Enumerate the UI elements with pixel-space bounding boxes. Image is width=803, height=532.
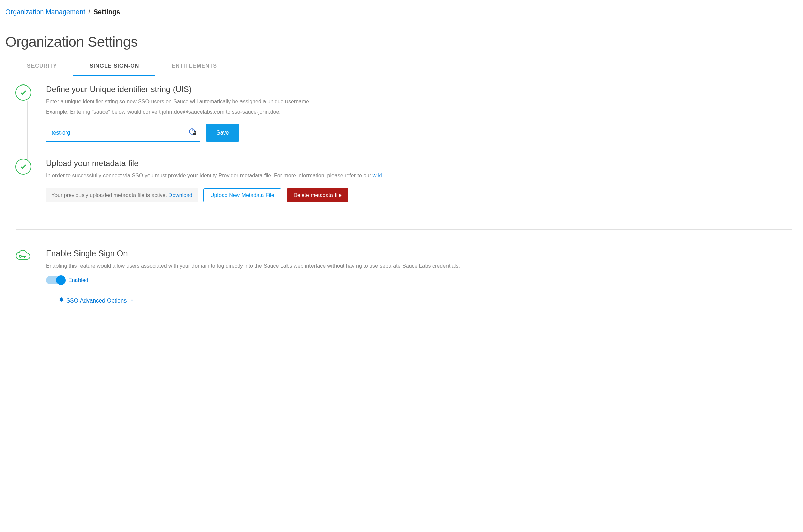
step-enable-title: Enable Single Sign On [46, 249, 798, 258]
breadcrumb-separator: / [88, 8, 90, 16]
metadata-status-text: Your previously uploaded metadata file i… [51, 192, 167, 198]
svg-rect-3 [194, 133, 196, 135]
step-body: Enable Single Sign On Enabling this feat… [33, 249, 798, 311]
sso-advanced-label: SSO Advanced Options [66, 298, 127, 304]
tab-security[interactable]: SECURITY [11, 57, 73, 76]
cloud-key-icon [14, 249, 33, 262]
delete-metadata-button[interactable]: Delete metadata file [287, 188, 348, 203]
step-uis: Define your Unique identifier string (UI… [5, 84, 798, 158]
toggle-knob [56, 276, 66, 285]
step-icon-column [5, 84, 33, 101]
uis-input-wrap [46, 124, 200, 141]
sso-advanced-options[interactable]: SSO Advanced Options [58, 297, 798, 304]
save-button[interactable]: Save [206, 124, 239, 141]
sso-toggle-row: Enabled [46, 276, 798, 284]
upload-metadata-button[interactable]: Upload New Metadata File [203, 188, 281, 203]
breadcrumb: Organization Management / Settings [0, 0, 803, 24]
gear-icon [58, 297, 63, 304]
password-manager-lock-icon [189, 128, 197, 137]
wiki-link[interactable]: wiki [373, 173, 382, 178]
step-metadata: Upload your metadata file In order to su… [5, 158, 798, 220]
step-metadata-desc: In order to successfully connect via SSO… [46, 171, 798, 180]
step-uis-desc1: Enter a unique identifier string so new … [46, 97, 798, 106]
check-circle-icon [15, 84, 32, 101]
step-icon-column [5, 249, 33, 262]
breadcrumb-parent-link[interactable]: Organization Management [5, 8, 85, 16]
step-body: Define your Unique identifier string (UI… [33, 84, 798, 158]
metadata-row: Your previously uploaded metadata file i… [46, 188, 798, 203]
metadata-desc-text: In order to successfully connect via SSO… [46, 173, 373, 178]
tab-single-sign-on[interactable]: SINGLE SIGN-ON [73, 57, 155, 76]
tab-entitlements[interactable]: ENTITLEMENTS [155, 57, 233, 76]
uis-input-row: Save [46, 124, 798, 141]
download-link[interactable]: Download [168, 192, 193, 198]
uis-input[interactable] [46, 124, 200, 141]
sso-enable-toggle[interactable] [46, 276, 65, 284]
tabs: SECURITY SINGLE SIGN-ON ENTITLEMENTS [11, 57, 798, 76]
content-area: Define your Unique identifier string (UI… [0, 76, 803, 324]
sso-toggle-label: Enabled [68, 277, 88, 283]
check-circle-icon [15, 158, 32, 175]
step-enable-sso: Enable Single Sign On Enabling this feat… [5, 249, 798, 311]
step-uis-desc2: Example: Entering "sauce" below would co… [46, 108, 798, 116]
step-metadata-title: Upload your metadata file [46, 158, 798, 168]
svg-point-4 [19, 255, 21, 257]
page-title: Organization Settings [0, 24, 803, 54]
period-marker: . [5, 230, 798, 235]
step-enable-desc: Enabling this feature would allow users … [46, 262, 798, 270]
breadcrumb-current: Settings [93, 8, 120, 16]
metadata-desc-suffix: . [382, 173, 383, 178]
chevron-down-icon [130, 298, 134, 304]
metadata-status: Your previously uploaded metadata file i… [46, 188, 198, 203]
step-body: Upload your metadata file In order to su… [33, 158, 798, 220]
step-connector-line [28, 101, 28, 163]
step-uis-title: Define your Unique identifier string (UI… [46, 84, 798, 94]
step-icon-column [5, 158, 33, 175]
svg-rect-2 [192, 130, 193, 132]
